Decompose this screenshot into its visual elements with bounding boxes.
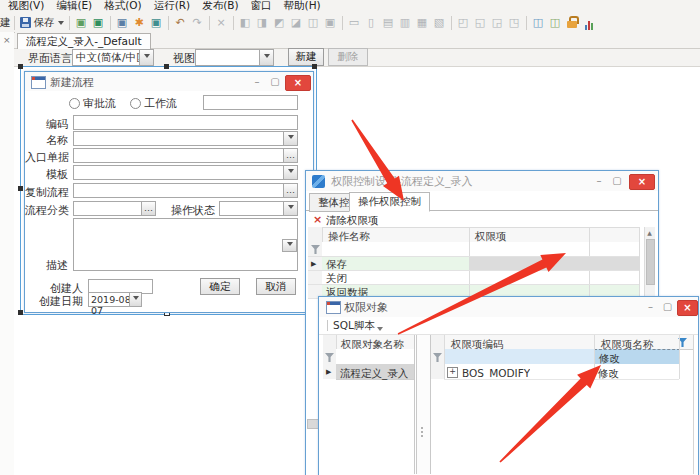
table-row-close[interactable]: 关闭: [322, 270, 639, 284]
language-caret[interactable]: [139, 50, 153, 65]
lock-icon[interactable]: [565, 15, 580, 30]
code-input[interactable]: [73, 115, 298, 130]
cancel-button[interactable]: 取消: [256, 278, 296, 295]
create-date-select[interactable]: 2019-08-07: [88, 292, 142, 307]
radio-workflow-label[interactable]: 工作流: [144, 96, 177, 111]
align-right-icon[interactable]: ◨: [255, 15, 270, 30]
table-row-object[interactable]: 流程定义_录入: [336, 364, 414, 380]
minimize-button[interactable]: –: [643, 300, 658, 313]
table-row-save-perm[interactable]: [469, 256, 639, 270]
new-button-clipped[interactable]: 建: [0, 16, 11, 30]
close-button[interactable]: ×: [677, 300, 698, 316]
description-scroll-button[interactable]: [282, 239, 297, 252]
radio-approval-flow[interactable]: [69, 98, 80, 109]
scroll-up-icon[interactable]: ▲: [645, 229, 654, 236]
selection-handle-middle-left[interactable]: [18, 186, 23, 191]
menu-run[interactable]: 运行(R): [148, 0, 197, 12]
view-select[interactable]: [195, 49, 274, 66]
link-field-icon[interactable]: ◫: [548, 15, 563, 30]
tab-operation-permission[interactable]: 操作权限控制: [349, 192, 430, 212]
flow-category-browse-button[interactable]: …: [141, 201, 156, 216]
align-left-icon[interactable]: ◧: [238, 15, 253, 30]
grid-filter-row[interactable]: [322, 242, 639, 256]
template-caret[interactable]: [283, 166, 297, 179]
dialog-titlebar[interactable]: 权限控制设置-流程定义_录入 – ▢ ×: [306, 171, 658, 191]
selection-handle-bottom-left[interactable]: [18, 310, 23, 315]
save-button[interactable]: 保存: [18, 16, 66, 30]
export-form-icon[interactable]: ▣: [149, 15, 164, 30]
scrollbar-thumb[interactable]: [646, 239, 655, 285]
validate-form-icon[interactable]: ▣: [91, 15, 106, 30]
same-size-icon[interactable]: ▤: [381, 15, 396, 30]
window-arrange-icon[interactable]: ◳: [507, 15, 522, 30]
menu-window[interactable]: 窗口: [245, 0, 278, 12]
build-tool-icon[interactable]: ✱: [132, 15, 147, 30]
selection-handle-top-left[interactable]: [18, 64, 23, 69]
snap-grid-icon[interactable]: ▧: [432, 15, 447, 30]
grid-filter-row[interactable]: [336, 349, 414, 365]
flow-category-input[interactable]: [73, 201, 143, 216]
menu-format[interactable]: 格式(O): [98, 0, 147, 12]
close-button[interactable]: ×: [285, 75, 311, 91]
view-caret[interactable]: [259, 50, 273, 65]
same-height-icon[interactable]: ▯: [364, 15, 379, 30]
maximize-button[interactable]: ▢: [609, 174, 625, 187]
copy-flow-browse-button[interactable]: …: [283, 183, 298, 198]
table-row-bos-modify[interactable]: + BOS_MODIFY 修改: [444, 364, 679, 380]
open-designer-icon[interactable]: ▣: [74, 15, 89, 30]
align-top-icon[interactable]: ◩: [272, 15, 287, 30]
menu-help[interactable]: 帮助(H): [278, 0, 327, 12]
op-status-select[interactable]: [219, 201, 298, 216]
minimize-button[interactable]: –: [249, 75, 265, 88]
maximize-button[interactable]: ▢: [267, 75, 283, 88]
align-bottom-icon[interactable]: ◪: [289, 15, 304, 30]
op-status-caret[interactable]: [283, 202, 297, 215]
form-template-icon[interactable]: ▣: [115, 15, 130, 30]
maximize-button[interactable]: ▢: [660, 300, 675, 313]
selection-handle-top-right[interactable]: [312, 64, 317, 69]
delete-icon[interactable]: ×: [214, 15, 229, 30]
panel-close-icon[interactable]: ×: [3, 36, 11, 45]
minimize-button[interactable]: –: [591, 174, 607, 187]
grid-filter-row[interactable]: 修改: [444, 349, 679, 365]
name-select[interactable]: [73, 131, 298, 146]
sql-script-caret[interactable]: [377, 327, 383, 334]
create-date-caret[interactable]: [129, 293, 141, 306]
copy-flow-input[interactable]: [73, 183, 285, 198]
table-row-save-name[interactable]: 保存: [322, 256, 469, 270]
name-caret[interactable]: [283, 132, 297, 145]
new-process-button[interactable]: 新建: [288, 48, 324, 66]
entry-bill-browse-button[interactable]: …: [283, 148, 298, 163]
filter-cell-permission-name[interactable]: 修改: [594, 349, 680, 365]
flow-number-input[interactable]: [203, 95, 298, 110]
report-chart-icon[interactable]: [582, 15, 597, 30]
space-vertical-icon[interactable]: ▦: [415, 15, 430, 30]
expand-icon[interactable]: +: [447, 367, 458, 378]
same-width-icon[interactable]: ▭: [347, 15, 362, 30]
grid-splitter[interactable]: [416, 335, 431, 474]
center-vertical-icon[interactable]: ▣: [323, 15, 338, 30]
clear-permission-icon[interactable]: ×: [313, 213, 322, 226]
template-select[interactable]: [73, 165, 298, 180]
dialog-titlebar[interactable]: 新建流程 – ▢ ×: [25, 72, 313, 91]
language-select[interactable]: 中文(简体/中国): [72, 49, 154, 66]
redo-icon[interactable]: ↷: [190, 15, 205, 30]
window-tile-h-icon[interactable]: ◱: [473, 15, 488, 30]
space-horizontal-icon[interactable]: ▥: [398, 15, 413, 30]
center-horizontal-icon[interactable]: ◫: [306, 15, 321, 30]
window-cascade-icon[interactable]: ◰: [456, 15, 471, 30]
close-button[interactable]: ×: [629, 174, 655, 190]
menu-view[interactable]: 视图(V): [2, 0, 50, 12]
entry-bill-input[interactable]: [73, 148, 285, 163]
link-control-icon[interactable]: ◫: [531, 15, 546, 30]
window-tile-v-icon[interactable]: ◲: [490, 15, 505, 30]
tab-process-definition[interactable]: 流程定义_录入-_Default: [17, 33, 151, 49]
undo-icon[interactable]: ↶: [173, 15, 188, 30]
ok-button[interactable]: 确定: [200, 278, 240, 295]
dialog-titlebar[interactable]: 权限对象 – ▢ ×: [319, 297, 698, 317]
radio-workflow[interactable]: [130, 98, 141, 109]
menu-edit[interactable]: 编辑(E): [50, 0, 98, 12]
clear-permission-button[interactable]: 清除权限项: [326, 214, 379, 228]
menu-publish[interactable]: 发布(B): [196, 0, 244, 12]
selection-handle-top-middle[interactable]: [164, 64, 169, 69]
